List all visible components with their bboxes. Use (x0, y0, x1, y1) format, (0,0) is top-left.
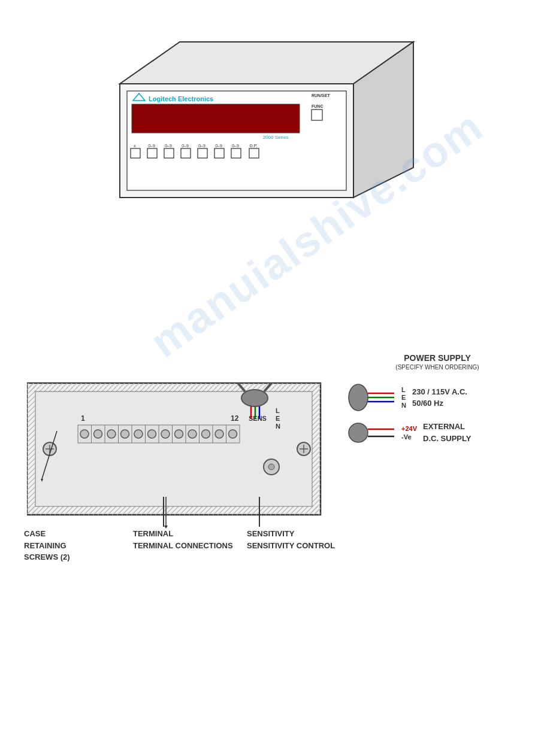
svg-rect-14 (147, 148, 157, 158)
svg-rect-22 (214, 148, 224, 158)
svg-point-65 (215, 430, 223, 438)
case-arrow-svg (24, 431, 96, 536)
svg-rect-16 (164, 148, 174, 158)
svg-text:0–9: 0–9 (182, 144, 189, 148)
svg-text:12: 12 (231, 414, 239, 423)
svg-text:N: N (276, 423, 280, 430)
device-3d-svg: Logitech Electronics RUN/SET FUNC 2000 S… (60, 36, 419, 221)
case-label: CASERETAININGSCREWS (2) (24, 528, 70, 563)
top-device: Logitech Electronics RUN/SET FUNC 2000 S… (60, 36, 359, 204)
svg-text:0–9: 0–9 (215, 144, 222, 148)
svg-text:0–9: 0–9 (148, 144, 155, 148)
svg-point-64 (202, 430, 210, 438)
svg-marker-86 (41, 479, 43, 482)
svg-rect-7 (132, 104, 300, 133)
svg-text:2000 Series: 2000 Series (263, 135, 289, 140)
svg-point-58 (121, 430, 129, 438)
sensitivity-control-text: SENSITIVITY CONTROL (247, 541, 335, 550)
power-supply-section: POWER SUPPLY (SPECIFY WHEN ORDERING) L E… (347, 353, 527, 444)
ac-wire-diagram: L E N 230 / 115V A.C. 50/60 Hz (347, 382, 527, 412)
svg-rect-12 (131, 148, 140, 158)
svg-point-57 (107, 430, 116, 438)
svg-rect-26 (249, 148, 259, 158)
svg-point-63 (188, 430, 197, 438)
sens-arrow-line (259, 497, 260, 527)
ac-cable-svg (347, 382, 395, 412)
svg-point-66 (229, 430, 237, 438)
svg-point-59 (134, 430, 143, 438)
svg-text:0–9: 0–9 (165, 144, 172, 148)
svg-text:0–9: 0–9 (198, 144, 205, 148)
svg-point-78 (349, 384, 368, 411)
svg-text:0–9: 0–9 (232, 144, 239, 148)
svg-point-62 (175, 430, 183, 438)
dc-cable-svg (347, 421, 395, 444)
svg-point-60 (148, 430, 156, 438)
svg-point-61 (161, 430, 170, 438)
svg-point-82 (349, 423, 368, 442)
svg-point-68 (268, 464, 274, 470)
dc-labels: +24V -Ve (401, 425, 417, 441)
dc-wire-diagram: +24V -Ve EXTERNAL D.C. SUPPLY (347, 421, 527, 444)
svg-rect-20 (198, 148, 207, 158)
dc-negative-label: -Ve (401, 433, 417, 441)
dc-positive-label: +24V (401, 425, 417, 432)
svg-rect-24 (231, 148, 241, 158)
svg-point-69 (241, 390, 268, 406)
svg-line-85 (42, 431, 57, 479)
svg-rect-9 (312, 110, 322, 120)
svg-text:RUN/SET: RUN/SET (312, 93, 330, 98)
terminal-arrow-line (163, 497, 164, 527)
power-supply-subtitle: (SPECIFY WHEN ORDERING) (347, 364, 527, 371)
sensitivity-control-label: SENSITIVITYSENSITIVITY CONTROL (247, 528, 335, 551)
terminal-connections-label: TERMINALTERMINAL CONNECTIONS (133, 528, 233, 551)
page-container: manuialshive.com Logitech Electronics RU… (0, 0, 535, 756)
wire-label-L: L (401, 387, 406, 393)
wire-labels-len: L E N (401, 387, 406, 409)
dc-specs: EXTERNAL D.C. SUPPLY (423, 421, 471, 444)
ac-specs: 230 / 115V A.C. 50/60 Hz (412, 386, 467, 409)
wire-label-E: E (401, 394, 406, 401)
svg-text:Logitech Electronics: Logitech Electronics (149, 95, 213, 102)
svg-rect-29 (27, 383, 321, 391)
svg-rect-18 (181, 148, 191, 158)
svg-text:E: E (276, 415, 280, 422)
svg-text:±: ± (134, 144, 136, 148)
terminal-connections-text: TERMINAL CONNECTIONS (133, 541, 233, 550)
power-supply-title: POWER SUPPLY (347, 353, 527, 363)
svg-text:L: L (276, 407, 280, 414)
wire-label-N: N (401, 402, 406, 409)
svg-text:FUNC: FUNC (312, 104, 323, 108)
svg-text:1: 1 (81, 414, 85, 423)
svg-text:D.P.: D.P. (250, 144, 258, 148)
svg-rect-32 (312, 383, 321, 515)
